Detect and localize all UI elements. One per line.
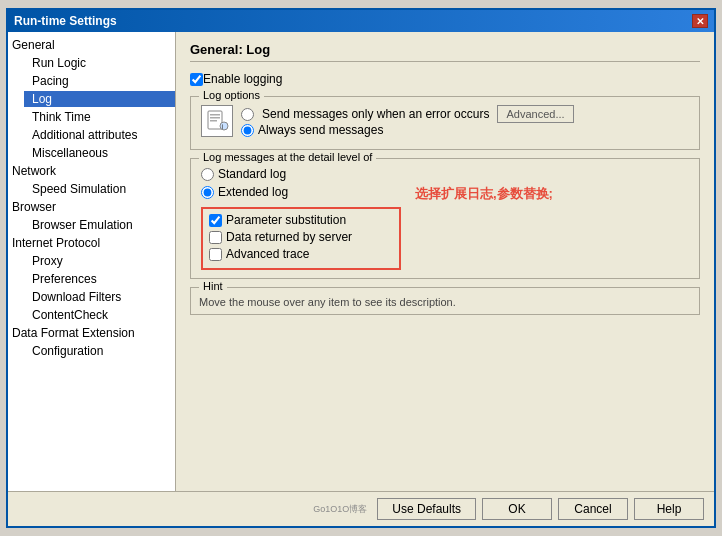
sidebar-item-configuration[interactable]: Configuration <box>24 342 175 360</box>
sidebar-item-browser[interactable]: Browser <box>8 198 175 216</box>
log-options-content: i Send messages only when an error occur… <box>201 105 689 141</box>
sidebar-item-speed-simulation[interactable]: Speed Simulation <box>24 180 175 198</box>
extended-left: Extended log Parameter substitution Data… <box>201 185 401 270</box>
help-button[interactable]: Help <box>634 498 704 520</box>
extended-section: Extended log Parameter substitution Data… <box>201 185 689 270</box>
sidebar-item-internet-protocol[interactable]: Internet Protocol <box>8 234 175 252</box>
sidebar-item-run-logic[interactable]: Run Logic <box>24 54 175 72</box>
log-icon: i <box>201 105 233 137</box>
log-options-section: Log options i <box>190 96 700 150</box>
hint-content: Move the mouse over any item to see its … <box>199 296 691 308</box>
data-returned-label[interactable]: Data returned by server <box>226 230 352 244</box>
enable-logging-row: Enable logging <box>190 72 700 86</box>
watermark: Go1O1O博客 <box>313 503 367 516</box>
sidebar-children-internet-protocol: Proxy Preferences Download Filters Conte… <box>8 252 175 324</box>
radio-always-label[interactable]: Always send messages <box>258 123 383 137</box>
sidebar-children-data-format-extension: Configuration <box>8 342 175 360</box>
sidebar-item-general[interactable]: General <box>8 36 175 54</box>
radio-error-only[interactable] <box>241 108 254 121</box>
sidebar-item-browser-emulation[interactable]: Browser Emulation <box>24 216 175 234</box>
footer: Go1O1O博客 Use Defaults OK Cancel Help <box>8 491 714 526</box>
sidebar-item-preferences[interactable]: Preferences <box>24 270 175 288</box>
radio-error-label[interactable]: Send messages only when an error occurs <box>262 107 489 121</box>
sidebar-item-additional-attributes[interactable]: Additional attributes <box>24 126 175 144</box>
main-panel: General: Log Enable logging Log options <box>176 32 714 491</box>
sidebar-item-log[interactable]: Log <box>24 90 175 108</box>
advanced-trace-label[interactable]: Advanced trace <box>226 247 309 261</box>
close-button[interactable]: ✕ <box>692 14 708 28</box>
sidebar-children-network: Speed Simulation <box>8 180 175 198</box>
enable-logging-checkbox[interactable] <box>190 73 203 86</box>
window-title: Run-time Settings <box>14 14 117 28</box>
detail-level-label: Log messages at the detail level of <box>199 151 376 163</box>
sidebar-item-pacing[interactable]: Pacing <box>24 72 175 90</box>
param-substitution-checkbox[interactable] <box>209 214 222 227</box>
sidebar: General Run Logic Pacing Log Think Time … <box>8 32 176 491</box>
param-substitution-label[interactable]: Parameter substitution <box>226 213 346 227</box>
main-window: Run-time Settings ✕ General Run Logic Pa… <box>6 8 716 528</box>
log-options-label: Log options <box>199 89 264 101</box>
svg-rect-3 <box>210 120 217 122</box>
sidebar-children-browser: Browser Emulation <box>8 216 175 234</box>
enable-logging-label[interactable]: Enable logging <box>203 72 282 86</box>
svg-rect-2 <box>210 117 220 119</box>
standard-log-row: Standard log <box>201 167 689 181</box>
extended-log-radio[interactable] <box>201 186 214 199</box>
hint-label: Hint <box>199 280 227 292</box>
extended-log-row: Extended log <box>201 185 401 199</box>
radio1-row: Send messages only when an error occurs … <box>241 105 574 123</box>
advanced-trace-checkbox[interactable] <box>209 248 222 261</box>
radio2-row: Always send messages <box>241 123 574 137</box>
sidebar-item-miscellaneous[interactable]: Miscellaneous <box>24 144 175 162</box>
sidebar-item-proxy[interactable]: Proxy <box>24 252 175 270</box>
advanced-trace-row: Advanced trace <box>209 247 393 261</box>
advanced-button[interactable]: Advanced... <box>497 105 573 123</box>
sidebar-item-download-filters[interactable]: Download Filters <box>24 288 175 306</box>
standard-log-label[interactable]: Standard log <box>218 167 286 181</box>
detail-level-section: Log messages at the detail level of Stan… <box>190 158 700 279</box>
title-bar: Run-time Settings ✕ <box>8 10 714 32</box>
sidebar-item-think-time[interactable]: Think Time <box>24 108 175 126</box>
data-returned-row: Data returned by server <box>209 230 393 244</box>
param-substitution-row: Parameter substitution <box>209 213 393 227</box>
sidebar-item-network[interactable]: Network <box>8 162 175 180</box>
annotation-text: 选择扩展日志,参数替换; <box>415 185 553 203</box>
sidebar-item-content-check[interactable]: ContentCheck <box>24 306 175 324</box>
panel-title: General: Log <box>190 42 700 62</box>
sidebar-item-data-format-extension[interactable]: Data Format Extension <box>8 324 175 342</box>
use-defaults-button[interactable]: Use Defaults <box>377 498 476 520</box>
standard-log-radio[interactable] <box>201 168 214 181</box>
cancel-button[interactable]: Cancel <box>558 498 628 520</box>
hint-section: Hint Move the mouse over any item to see… <box>190 287 700 315</box>
ok-button[interactable]: OK <box>482 498 552 520</box>
content-area: General Run Logic Pacing Log Think Time … <box>8 32 714 491</box>
radio-always-send[interactable] <box>241 124 254 137</box>
log-options-radios: Send messages only when an error occurs … <box>241 105 574 141</box>
data-returned-checkbox[interactable] <box>209 231 222 244</box>
svg-rect-1 <box>210 114 220 116</box>
extended-options-box: Parameter substitution Data returned by … <box>201 207 401 270</box>
extended-log-label[interactable]: Extended log <box>218 185 288 199</box>
sidebar-children-general: Run Logic Pacing Log Think Time Addition… <box>8 54 175 162</box>
